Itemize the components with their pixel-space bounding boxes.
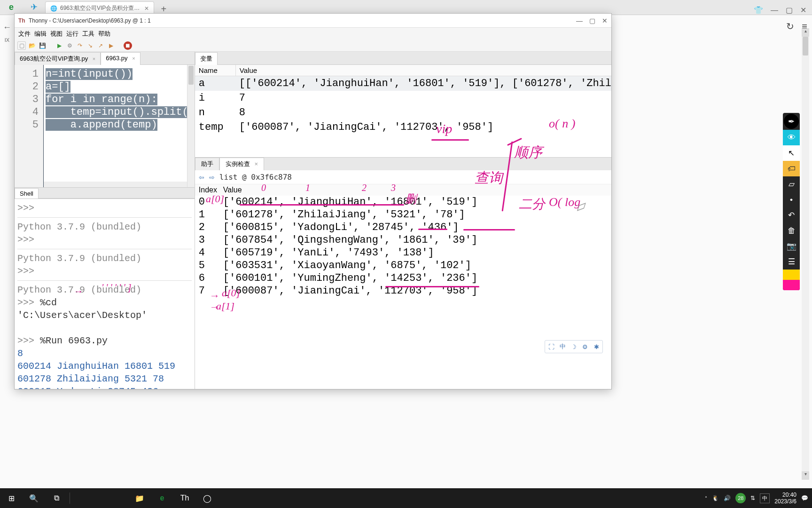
clock[interactable]: 20:40 2023/3/6 — [774, 492, 796, 505]
run-button[interactable]: ▶ — [55, 41, 63, 50]
var-row[interactable]: n 8 — [195, 105, 611, 120]
inspect-back[interactable]: ⇦ — [199, 174, 204, 181]
code-editor[interactable]: 12345 n=int(input()) a=[] for i in range… — [15, 65, 195, 187]
thonny-icon: Th — [18, 17, 26, 24]
telegram-icon[interactable]: ✈ — [23, 0, 45, 15]
lines-icon[interactable]: ☰ — [783, 254, 800, 270]
tab-close-icon[interactable]: ✕ — [144, 5, 149, 12]
menu-tools[interactable]: 工具 — [82, 30, 94, 38]
list-item[interactable]: 2['600815', 'YadongLi', '28745', '436'] — [195, 221, 611, 234]
moon-icon[interactable]: ☽ — [570, 342, 578, 351]
start-button[interactable]: ⊞ — [0, 488, 23, 508]
code-body[interactable]: n=int(input()) a=[] for i in range(n): t… — [44, 65, 195, 187]
date-badge[interactable]: 28 — [735, 493, 746, 503]
shell-body[interactable]: >>> Python 3.7.9 (bundled) >>> Python 3.… — [15, 198, 195, 389]
editor-hscroll[interactable] — [44, 182, 187, 187]
window-minimize[interactable]: — — [771, 6, 778, 15]
step-in-button[interactable]: ↘ — [86, 41, 94, 50]
back-icon[interactable]: ← — [3, 23, 11, 32]
explorer-icon[interactable]: 📁 — [128, 488, 151, 508]
tab-close-icon[interactable]: × — [93, 56, 95, 62]
shell-banner: Python 3.7.9 (bundled) — [17, 284, 192, 296]
color-yellow[interactable] — [783, 270, 800, 280]
inspect-body[interactable]: 0['600214', 'JianghuiHan', '16801', '519… — [195, 196, 611, 389]
tab-close-icon[interactable]: × — [132, 56, 135, 61]
camera-icon[interactable]: 📷 — [783, 238, 800, 254]
pen-icon[interactable]: ✒ — [784, 114, 799, 129]
list-item[interactable]: 5['603531', 'XiaoyanWang', '6875', '102'… — [195, 259, 611, 272]
volume-icon[interactable]: 🔊 — [724, 495, 731, 501]
tshirt-icon[interactable]: 👕 — [754, 6, 763, 15]
instance-inspect-tab[interactable]: 实例检查 × — [219, 158, 264, 170]
eraser-icon[interactable]: ▱ — [783, 176, 800, 192]
menu-bar: 文件 编辑 视图 运行 工具 帮助 — [15, 28, 611, 40]
tray-up-icon[interactable]: ˄ — [705, 496, 707, 501]
search-button[interactable]: 🔍 — [23, 488, 45, 508]
variables-tab[interactable]: 变量 — [195, 52, 218, 65]
tag-icon[interactable]: 🏷 — [783, 161, 800, 176]
ime-icon[interactable]: 中 — [760, 493, 770, 503]
app-icon[interactable]: ◯ — [196, 488, 219, 508]
inspect-forward[interactable]: ⇨ — [209, 174, 215, 181]
page-scrollbar[interactable]: ▴ ▾ — [802, 28, 809, 480]
browser-tab-active[interactable]: 🌐 6963:航空公司VIP会员积分查… ✕ — [45, 1, 154, 15]
list-item[interactable]: 1['601278', 'ZhilaiJiang', '5321', '78'] — [195, 208, 611, 221]
thonny-minimize[interactable]: — — [576, 17, 583, 24]
menu-edit[interactable]: 编辑 — [34, 30, 47, 38]
list-item[interactable]: 3['607854', 'QingshengWang', '1861', '39… — [195, 234, 611, 246]
tab-close-icon[interactable]: × — [254, 160, 258, 167]
list-item[interactable]: 0['600214', 'JianghuiHan', '16801', '519… — [195, 196, 611, 208]
editor-vscroll[interactable] — [187, 65, 195, 187]
list-item[interactable]: 6['600101', 'YumingZheng', '14253', '236… — [195, 272, 611, 285]
shell-tab[interactable]: Shell — [15, 188, 39, 198]
var-row[interactable]: a [['600214', 'JianghuiHan', '16801', '5… — [195, 76, 611, 91]
thonny-titlebar[interactable]: Th Thonny - C:\Users\acer\Desktop\6963.p… — [15, 14, 611, 28]
list-item[interactable]: 4['605719', 'YanLi', '7493', '138'] — [195, 246, 611, 259]
window-close[interactable]: ✕ — [800, 6, 806, 15]
cursor-icon[interactable]: ↖ — [783, 145, 800, 161]
editor-tab-0[interactable]: 6963航空公司VIP查询.py × — [15, 52, 101, 65]
star-icon[interactable]: ✱ — [592, 342, 601, 351]
object-address: list @ 0x3f6c878 — [219, 173, 292, 182]
variables-table[interactable]: Name Value a [['600214', 'JianghuiHan', … — [195, 65, 611, 157]
resume-button[interactable]: ▶ — [107, 41, 115, 50]
new-file-button[interactable]: ▢ — [17, 41, 26, 50]
menu-run[interactable]: 运行 — [66, 30, 78, 38]
color-pink[interactable] — [783, 280, 800, 290]
thonny-maximize[interactable]: ▢ — [589, 17, 595, 24]
zh-icon[interactable]: 中 — [558, 342, 567, 351]
menu-help[interactable]: 帮助 — [98, 30, 110, 38]
var-row[interactable]: temp ['600087', 'JianingCai', '112703', … — [195, 120, 611, 135]
fullscreen-icon[interactable]: ⛶ — [547, 342, 555, 351]
debug-button[interactable]: ⚙ — [65, 41, 74, 50]
thonny-close[interactable]: ✕ — [602, 17, 608, 24]
tools-label[interactable]: IX — [5, 37, 9, 43]
open-file-button[interactable]: 📂 — [28, 41, 36, 50]
window-maximize[interactable]: ▢ — [786, 6, 793, 15]
stop-button[interactable]: ⏹ — [124, 41, 132, 50]
assistant-tab[interactable]: 助手 — [195, 158, 219, 170]
dot-icon[interactable]: • — [783, 192, 800, 207]
col-index: Index — [195, 186, 219, 194]
qq-icon[interactable]: 🐧 — [712, 495, 719, 501]
var-row[interactable]: i 7 — [195, 91, 611, 105]
network-icon[interactable]: ⇅ — [750, 495, 755, 501]
edge-home-icon[interactable]: e — [0, 0, 23, 15]
task-view-button[interactable]: ⧉ — [45, 488, 68, 508]
save-file-button[interactable]: 💾 — [38, 41, 47, 50]
edge-icon[interactable]: e — [151, 488, 173, 508]
editor-tab-1[interactable]: 6963.py × — [101, 52, 140, 65]
trash-icon[interactable]: 🗑 — [783, 223, 800, 238]
shell-output: 8 — [17, 347, 192, 360]
reload-icon[interactable]: ↻ — [786, 21, 794, 32]
eye-icon[interactable]: 👁 — [783, 130, 800, 145]
gear-icon[interactable]: ⚙ — [581, 342, 589, 351]
list-item[interactable]: 7['600087', 'JianingCai', '112703', '958… — [195, 285, 611, 297]
notification-icon[interactable]: 💬 — [801, 495, 808, 501]
thonny-taskbar-icon[interactable]: Th — [173, 488, 196, 508]
menu-file[interactable]: 文件 — [18, 30, 31, 38]
undo-icon[interactable]: ↶ — [783, 207, 800, 223]
menu-view[interactable]: 视图 — [50, 30, 62, 38]
step-out-button[interactable]: ↗ — [96, 41, 105, 50]
step-over-button[interactable]: ↷ — [76, 41, 84, 50]
